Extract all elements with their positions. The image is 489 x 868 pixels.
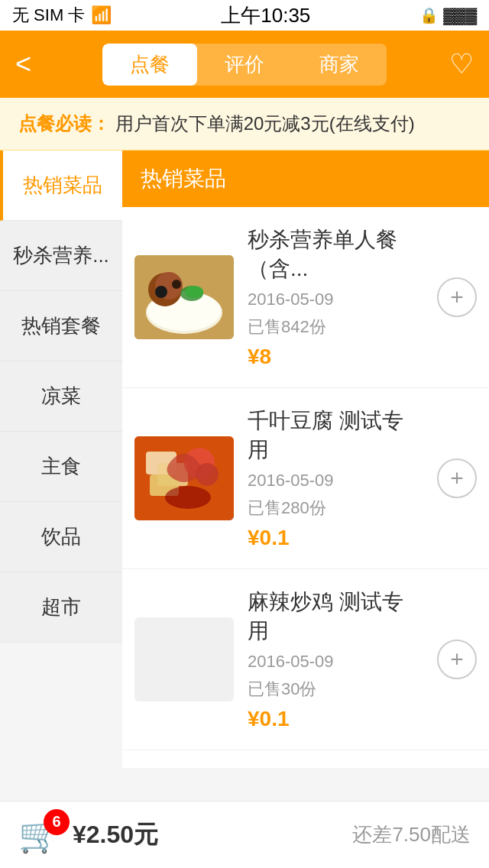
menu-item-4: 华诞 特惠 ¥ asdasdas 测试专用 2016-05-09 已售6份 ¥0…: [122, 750, 489, 768]
menu-item-2: 千叶豆腐 测试专用 2016-05-09 已售280份 ¥0.1 +: [122, 388, 489, 569]
favorite-button[interactable]: ♡: [428, 48, 474, 80]
item-name-3: 麻辣炒鸡 测试专用: [248, 588, 423, 646]
wifi-icon: 📶: [91, 5, 112, 25]
menu-item-1: 秒杀营养单人餐（含... 2016-05-09 已售842份 ¥8 +: [122, 207, 489, 388]
item-price-2: ¥0.1: [248, 526, 423, 550]
main-content: 热销菜品 秒杀营养... 热销套餐 凉菜 主食 饮品 超市 热销菜品: [0, 151, 489, 768]
item-price-1: ¥8: [248, 345, 423, 369]
svg-point-6: [172, 280, 181, 289]
status-bar: 无 SIM 卡 📶 上午10:35 🔒 ▓▓▓: [0, 0, 489, 31]
item-name-1: 秒杀营养单人餐（含...: [248, 225, 423, 283]
status-right: 🔒 ▓▓▓: [419, 6, 477, 24]
lock-icon: 🔒: [419, 6, 439, 24]
tab-review[interactable]: 评价: [197, 44, 292, 86]
carrier-text: 无 SIM 卡: [12, 4, 85, 27]
cart-total: ¥2.50元: [73, 818, 352, 852]
item-info-1: 秒杀营养单人餐（含... 2016-05-09 已售842份 ¥8: [248, 225, 423, 369]
status-time: 上午10:35: [221, 2, 310, 29]
cart-icon-wrap[interactable]: 🛒 6: [18, 815, 60, 855]
tab-merchant[interactable]: 商家: [292, 44, 387, 86]
add-button-1[interactable]: +: [437, 277, 477, 317]
notice-label: 点餐必读：: [18, 113, 110, 134]
sidebar-item-kill[interactable]: 秒杀营养...: [0, 221, 122, 291]
sidebar-item-hot[interactable]: 热销菜品: [0, 151, 122, 221]
sidebar-item-staple[interactable]: 主食: [0, 432, 122, 502]
svg-point-8: [185, 286, 203, 298]
add-button-2[interactable]: +: [437, 458, 477, 498]
tab-order[interactable]: 点餐: [102, 44, 197, 86]
add-button-3[interactable]: +: [437, 640, 477, 679]
cart-badge: 6: [44, 809, 70, 835]
item-sold-3: 已售30份: [248, 678, 423, 701]
sidebar-item-cold[interactable]: 凉菜: [0, 361, 122, 432]
item-price-3: ¥0.1: [248, 707, 423, 731]
sidebar-item-market[interactable]: 超市: [0, 572, 122, 643]
item-sold-1: 已售842份: [248, 316, 423, 338]
category-header: 热销菜品: [122, 151, 489, 207]
item-image-2: [134, 436, 234, 520]
item-image-3: [134, 617, 234, 701]
svg-point-5: [155, 286, 167, 298]
notice-banner: 点餐必读： 用户首次下单满20元减3元(在线支付): [0, 98, 489, 151]
item-image-1: [134, 255, 234, 339]
nav-tabs: 点餐 评价 商家: [102, 44, 387, 86]
nav-bar: < 点餐 评价 商家 ♡: [0, 31, 489, 98]
sidebar-item-combo[interactable]: 热销套餐: [0, 291, 122, 361]
back-button[interactable]: <: [15, 48, 61, 80]
item-name-2: 千叶豆腐 测试专用: [248, 406, 423, 465]
item-info-3: 麻辣炒鸡 测试专用 2016-05-09 已售30份 ¥0.1: [248, 588, 423, 731]
menu-item-3: 麻辣炒鸡 测试专用 2016-05-09 已售30份 ¥0.1 +: [122, 569, 489, 750]
cart-delivery: 还差7.50配送: [352, 821, 471, 848]
notice-text: 用户首次下单满20元减3元(在线支付): [115, 113, 415, 134]
right-content: 热销菜品 秒杀营养单人餐（含... 2016-05-09: [122, 151, 489, 768]
sidebar-item-drink[interactable]: 饮品: [0, 502, 122, 572]
bottom-bar: 🛒 6 ¥2.50元 还差7.50配送: [0, 801, 489, 868]
item-info-2: 千叶豆腐 测试专用 2016-05-09 已售280份 ¥0.1: [248, 406, 423, 550]
sidebar: 热销菜品 秒杀营养... 热销套餐 凉菜 主食 饮品 超市: [0, 151, 122, 768]
status-carrier: 无 SIM 卡 📶: [12, 4, 112, 27]
item-date-2: 2016-05-09: [248, 471, 423, 491]
item-sold-2: 已售280份: [248, 497, 423, 520]
item-date-3: 2016-05-09: [248, 652, 423, 672]
svg-point-15: [165, 486, 211, 509]
battery-icon: ▓▓▓: [443, 7, 477, 24]
item-date-1: 2016-05-09: [248, 290, 423, 309]
